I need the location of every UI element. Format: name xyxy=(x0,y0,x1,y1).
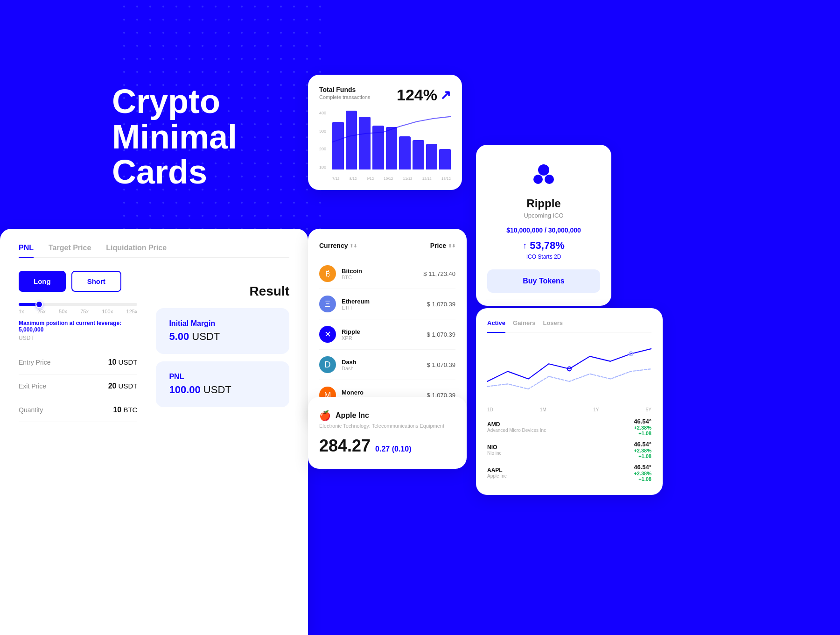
entry-price-row: Entry Price 10 USDT xyxy=(19,351,137,374)
trend-up-icon: ↗ xyxy=(440,87,451,103)
ripple-ico-card: Ripple Upcoming ICO $10,000,000 / 30,000… xyxy=(476,145,611,306)
stock-info: NIO Nio inc xyxy=(487,444,502,456)
stock-price: 46.54° +2.38% +1.08 xyxy=(634,418,651,436)
stocks-list: AMD Advanced Micro Devices Inc 46.54° +2… xyxy=(487,418,651,482)
currency-table-header: Currency ⬆⬇ Price ⬆⬇ xyxy=(319,242,455,249)
stocks-line-chart xyxy=(487,336,651,402)
chart-x-axis: 7/128/129/1210/1211/1212/1213/12 xyxy=(332,176,451,181)
crypto-price: $ 1,070.39 xyxy=(427,331,455,338)
currency-row: ₿ Bitcoin BTC $ 11,723.40 xyxy=(319,259,455,289)
leverage-labels: 1x25x50x75x100x125x xyxy=(19,309,137,314)
crypto-icon: D xyxy=(319,356,336,373)
crypto-price: $ 1,070.39 xyxy=(427,301,455,308)
ripple-percent: ↑ 53,78% xyxy=(487,240,600,252)
currency-column-header: Currency ⬆⬇ xyxy=(319,242,357,249)
apple-price-value: 284.27 xyxy=(319,436,371,456)
leverage-slider[interactable]: 1x25x50x75x100x125x xyxy=(19,303,137,314)
ripple-logo xyxy=(529,160,559,190)
tab-losers[interactable]: Losers xyxy=(543,319,563,328)
pnl-result-card: PNL 100.00 USDT xyxy=(156,361,289,407)
stock-row: AMD Advanced Micro Devices Inc 46.54° +2… xyxy=(487,418,651,436)
ripple-name: Ripple xyxy=(487,197,600,210)
total-funds-card: Total Funds Complete transactions 124% ↗… xyxy=(308,75,462,190)
currency-row: D Dash Dash $ 1,070.39 xyxy=(319,350,455,380)
tab-active[interactable]: Active xyxy=(487,319,505,333)
chart-y-axis: 400300200100 xyxy=(319,111,326,169)
stock-info: AMD Advanced Micro Devices Inc xyxy=(487,421,546,433)
buy-tokens-button[interactable]: Buy Tokens xyxy=(487,269,600,293)
apple-stock-card: 🍎 Apple Inc Electronic Technology: Telec… xyxy=(308,397,467,469)
usdt-label: USDT xyxy=(19,335,137,341)
price-sort-icon[interactable]: ⬆⬇ xyxy=(448,243,455,248)
tab-liquidation-price[interactable]: Liquidation Price xyxy=(106,244,167,258)
ripple-subtitle: Upcoming ICO xyxy=(487,212,600,219)
ripple-ico-starts: ICO Starts 2D xyxy=(487,254,600,260)
crypto-name: Bitcoin BTC xyxy=(342,268,418,280)
long-short-buttons: Long Short xyxy=(19,271,137,292)
svg-point-2 xyxy=(538,164,549,176)
crypto-icon: ₿ xyxy=(319,265,336,282)
currency-price-card: Currency ⬆⬇ Price ⬆⬇ ₿ Bitcoin BTC $ 11,… xyxy=(308,229,467,423)
apple-icon: 🍎 xyxy=(319,410,331,421)
chart-line xyxy=(332,111,451,160)
ripple-funding: $10,000,000 / 30,000,000 xyxy=(487,226,600,234)
tab-pnl[interactable]: PNL xyxy=(19,244,34,258)
total-funds-percent: 124% ↗ xyxy=(397,86,451,104)
apple-category: Electronic Technology: Telecommunication… xyxy=(319,423,455,429)
apple-company-name: Apple Inc xyxy=(336,411,369,420)
svg-point-4 xyxy=(545,175,554,184)
crypto-price: $ 11,723.40 xyxy=(423,270,455,277)
stock-info: AAPL Apple Inc xyxy=(487,467,507,479)
total-funds-sublabel: Complete transactions xyxy=(319,94,370,100)
hero-title: Crypto Minimal Cards xyxy=(112,84,237,190)
stock-price: 46.54° +2.38% +1.08 xyxy=(634,441,651,459)
currency-list: ₿ Bitcoin BTC $ 11,723.40 Ξ Ethereum ETH… xyxy=(319,259,455,410)
initial-margin-card: Initial Margin 5.00 USDT xyxy=(156,308,289,354)
crypto-name: Dash Dash xyxy=(342,359,421,371)
crypto-icon: Ξ xyxy=(319,296,336,312)
crypto-name: Ripple XPR xyxy=(342,328,421,341)
stock-row: NIO Nio inc 46.54° +2.38% +1.08 xyxy=(487,441,651,459)
currency-row: Ξ Ethereum ETH $ 1,070.39 xyxy=(319,289,455,319)
crypto-icon: ✕ xyxy=(319,326,336,343)
max-position-text: Maximum position at current leverage: 5,… xyxy=(19,320,137,333)
stock-price: 46.54° +2.38% +1.08 xyxy=(634,464,651,482)
stocks-tabs: Active Gainers Losers xyxy=(487,319,651,332)
apple-header: 🍎 Apple Inc xyxy=(319,410,455,421)
currency-row: ✕ Ripple XPR $ 1,070.39 xyxy=(319,319,455,350)
sort-icon[interactable]: ⬆⬇ xyxy=(350,243,357,248)
svg-point-3 xyxy=(533,175,543,184)
crypto-price: $ 1,070.39 xyxy=(427,361,455,368)
quantity-row: Quantity 10 BTC xyxy=(19,398,137,422)
tab-target-price[interactable]: Target Price xyxy=(49,244,91,258)
stocks-chart-card: Active Gainers Losers 1D1M1Y5Y AMD Advan… xyxy=(476,308,663,495)
apple-price-change: 0.27 (0.10) xyxy=(375,445,411,453)
pnl-tabs: PNL Target Price Liquidation Price xyxy=(19,244,289,258)
long-button[interactable]: Long xyxy=(19,271,66,292)
stock-row: AAPL Apple Inc 46.54° +2.38% +1.08 xyxy=(487,464,651,482)
result-label: Result xyxy=(249,284,289,299)
price-column-header: Price ⬆⬇ xyxy=(430,242,455,249)
stocks-time-labels: 1D1M1Y5Y xyxy=(487,407,651,412)
pnl-calculator-card: PNL Target Price Liquidation Price Long … xyxy=(0,229,308,635)
short-button[interactable]: Short xyxy=(71,271,121,292)
exit-price-row: Exit Price 20 USDT xyxy=(19,374,137,398)
crypto-name: Ethereum ETH xyxy=(342,298,421,310)
tab-gainers[interactable]: Gainers xyxy=(513,319,535,328)
apple-price: 284.27 0.27 (0.10) xyxy=(319,436,455,456)
total-funds-label: Total Funds xyxy=(319,86,370,93)
bar-chart: 400300200100 7/128/129/1210/1211/1212/12… xyxy=(319,111,451,181)
